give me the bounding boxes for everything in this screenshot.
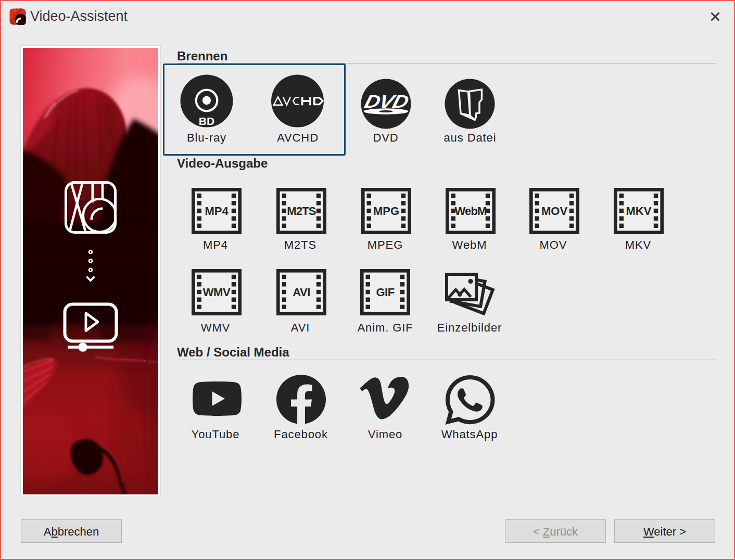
svg-text:BD: BD [199, 115, 214, 127]
svg-text:WebM: WebM [454, 205, 486, 218]
svg-text:MP4: MP4 [205, 205, 229, 218]
svg-text:MOV: MOV [541, 205, 567, 218]
svg-text:MPG: MPG [373, 205, 399, 218]
svg-text:GIF: GIF [376, 286, 394, 299]
svg-text:M2TS: M2TS [287, 205, 316, 218]
svg-text:MKV: MKV [626, 205, 652, 218]
svg-text:WMV: WMV [203, 286, 231, 299]
svg-text:AVI: AVI [293, 286, 310, 299]
